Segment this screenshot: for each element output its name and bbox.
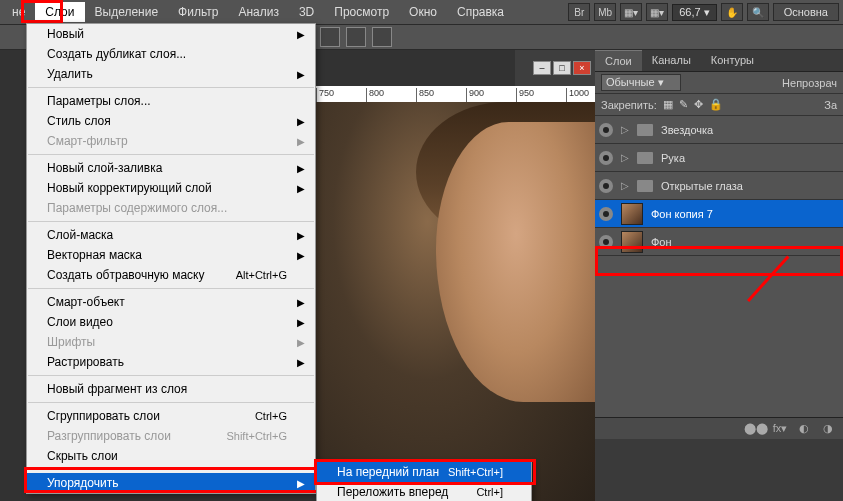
visibility-icon[interactable] — [599, 123, 613, 137]
horizontal-ruler: 750 800 850 900 950 1000 1050 1100 1150 — [316, 86, 595, 102]
adjustment-icon[interactable]: ◑ — [821, 422, 835, 436]
extras-icon[interactable]: ▦▾ — [646, 3, 668, 21]
layer-item[interactable]: ▷Открытые глаза — [595, 172, 843, 200]
folder-icon — [637, 180, 653, 192]
menu-truncated[interactable]: не — [2, 2, 35, 22]
lock-all-icon[interactable]: 🔒 — [709, 98, 723, 111]
bridge-icon[interactable]: Br — [568, 3, 590, 21]
menu-item[interactable]: Новый корректирующий слой▶ — [27, 178, 315, 198]
tool-icon-3[interactable] — [372, 27, 392, 47]
menu-item[interactable]: Новый фрагмент из слоя — [27, 379, 315, 399]
menu-filter[interactable]: Фильтр — [168, 2, 228, 22]
document-window-controls: – □ × — [515, 50, 595, 86]
menu-select[interactable]: Выделение — [85, 2, 169, 22]
tab-paths[interactable]: Контуры — [701, 50, 764, 71]
menu-item[interactable]: Упорядочить▶ — [27, 473, 315, 493]
layer-item[interactable]: Фон копия 7 — [595, 200, 843, 228]
tab-layers[interactable]: Слои — [595, 50, 642, 71]
menu-3d[interactable]: 3D — [289, 2, 324, 22]
menu-item[interactable]: Векторная маска▶ — [27, 245, 315, 265]
menu-item[interactable]: Создать обтравочную маскуAlt+Ctrl+G — [27, 265, 315, 285]
menu-item[interactable]: Новый слой-заливка▶ — [27, 158, 315, 178]
menu-item[interactable]: Смарт-объект▶ — [27, 292, 315, 312]
layer-thumbnail[interactable] — [621, 203, 643, 225]
menu-item[interactable]: Слой-маска▶ — [27, 225, 315, 245]
folder-icon — [637, 124, 653, 136]
layer-dropdown-menu: Новый▶Создать дубликат слоя...Удалить▶Па… — [26, 23, 316, 494]
visibility-icon[interactable] — [599, 179, 613, 193]
layer-item[interactable]: Фон — [595, 228, 843, 256]
menu-item[interactable]: Стиль слоя▶ — [27, 111, 315, 131]
menu-window[interactable]: Окно — [399, 2, 447, 22]
menu-help[interactable]: Справка — [447, 2, 514, 22]
layers-panel-footer: ⬤⬤ fx▾ ◐ ◑ — [595, 417, 843, 439]
expand-icon[interactable]: ▷ — [621, 152, 629, 163]
tool-icon-1[interactable] — [320, 27, 340, 47]
panel-empty-area — [595, 439, 843, 501]
layer-name[interactable]: Звездочка — [661, 124, 713, 136]
lock-pixels-icon[interactable]: ✎ — [679, 98, 688, 111]
submenu-item[interactable]: Переложить впередCtrl+] — [317, 482, 531, 501]
lock-label: Закрепить: — [601, 99, 657, 111]
menu-item[interactable]: Сгруппировать слоиCtrl+G — [27, 406, 315, 426]
expand-icon[interactable]: ▷ — [621, 180, 629, 191]
lock-transparency-icon[interactable]: ▦ — [663, 98, 673, 111]
maximize-icon[interactable]: □ — [553, 61, 571, 75]
menu-analysis[interactable]: Анализ — [228, 2, 289, 22]
hand-tool-icon[interactable]: ✋ — [721, 3, 743, 21]
close-icon[interactable]: × — [573, 61, 591, 75]
layer-name[interactable]: Фон — [651, 236, 672, 248]
menu-item: Разгруппировать слоиShift+Ctrl+G — [27, 426, 315, 446]
fx-icon[interactable]: fx▾ — [773, 422, 787, 436]
tool-icon-2[interactable] — [346, 27, 366, 47]
expand-icon[interactable]: ▷ — [621, 124, 629, 135]
canvas-image[interactable] — [316, 102, 595, 501]
submenu-item[interactable]: На передний планShift+Ctrl+] — [317, 462, 531, 482]
layer-name[interactable]: Открытые глаза — [661, 180, 743, 192]
tab-channels[interactable]: Каналы — [642, 50, 701, 71]
blend-mode-select[interactable]: Обычные ▾ — [601, 74, 681, 91]
menu-item[interactable]: Растрировать▶ — [27, 352, 315, 372]
panel-tabs: Слои Каналы Контуры — [595, 50, 843, 72]
menu-item: Параметры содержимого слоя... — [27, 198, 315, 218]
minibridge-icon[interactable]: Mb — [594, 3, 616, 21]
fill-label: За — [824, 99, 837, 111]
layers-list: ▷Звездочка▷Рука▷Открытые глазаФон копия … — [595, 116, 843, 256]
layer-item[interactable]: ▷Рука — [595, 144, 843, 172]
link-icon[interactable]: ⬤⬤ — [749, 422, 763, 436]
visibility-icon[interactable] — [599, 207, 613, 221]
mask-icon[interactable]: ◐ — [797, 422, 811, 436]
menu-item: Шрифты▶ — [27, 332, 315, 352]
menu-item[interactable]: Удалить▶ — [27, 64, 315, 84]
layer-name[interactable]: Рука — [661, 152, 685, 164]
workspace-button[interactable]: Основна — [773, 3, 839, 21]
menu-item: Смарт-фильтр▶ — [27, 131, 315, 151]
layer-item[interactable]: ▷Звездочка — [595, 116, 843, 144]
layer-name[interactable]: Фон копия 7 — [651, 208, 713, 220]
arrange-submenu: На передний планShift+Ctrl+]Переложить в… — [316, 461, 532, 501]
main-menubar: не Слои Выделение Фильтр Анализ 3D Просм… — [0, 0, 843, 24]
layers-panel: Слои Каналы Контуры Обычные ▾ Непрозрач … — [595, 50, 843, 501]
menu-item[interactable]: Скрыть слои — [27, 446, 315, 466]
menu-item[interactable]: Новый▶ — [27, 24, 315, 44]
zoom-level[interactable]: 66,7 ▾ — [672, 4, 716, 21]
menu-item[interactable]: Параметры слоя... — [27, 91, 315, 111]
menu-item[interactable]: Создать дубликат слоя... — [27, 44, 315, 64]
menu-item[interactable]: Слои видео▶ — [27, 312, 315, 332]
opacity-label: Непрозрач — [782, 77, 837, 89]
menu-view[interactable]: Просмотр — [324, 2, 399, 22]
layer-thumbnail[interactable] — [621, 231, 643, 253]
zoom-tool-icon[interactable]: 🔍 — [747, 3, 769, 21]
lock-position-icon[interactable]: ✥ — [694, 98, 703, 111]
visibility-icon[interactable] — [599, 235, 613, 249]
folder-icon — [637, 152, 653, 164]
screenmode-icon[interactable]: ▦▾ — [620, 3, 642, 21]
visibility-icon[interactable] — [599, 151, 613, 165]
menu-layers[interactable]: Слои — [35, 2, 84, 22]
minimize-icon[interactable]: – — [533, 61, 551, 75]
